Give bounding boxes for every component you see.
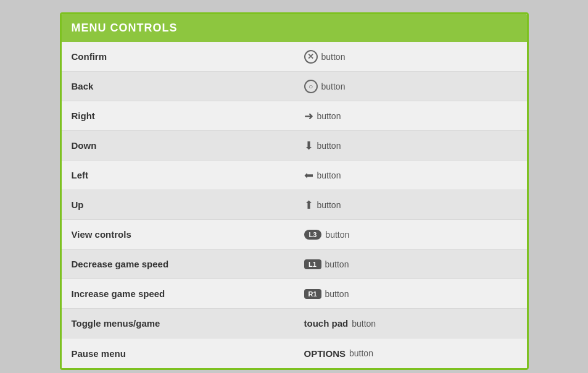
control-cell: touch padbutton xyxy=(294,312,527,335)
action-cell: Right xyxy=(62,104,294,127)
button-label: button xyxy=(325,289,349,299)
table-title: MENU CONTROLS xyxy=(72,22,178,34)
button-badge: L1 xyxy=(304,259,321,269)
action-cell: Back xyxy=(62,75,294,98)
button-label: button xyxy=(317,111,341,121)
control-cell: R1button xyxy=(294,283,527,305)
options-label: OPTIONS xyxy=(304,348,346,359)
button-badge: R1 xyxy=(304,289,321,299)
l3-badge: L3 xyxy=(304,230,322,240)
table-row: Toggle menus/gametouch padbutton xyxy=(62,309,527,338)
button-label: button xyxy=(317,170,341,180)
arrow-left-icon: ⬅ xyxy=(304,169,313,182)
button-label: button xyxy=(321,52,346,62)
control-cell: ⬇button xyxy=(294,133,527,159)
table-row: Pause menuOPTIONSbutton xyxy=(62,338,527,368)
button-label: button xyxy=(317,141,341,151)
action-cell: Left xyxy=(62,164,294,186)
menu-controls-table: MENU CONTROLS Confirm✕buttonBack○buttonR… xyxy=(60,12,529,370)
table-body: Confirm✕buttonBack○buttonRight➜buttonDow… xyxy=(62,42,527,368)
table-row: Right➜button xyxy=(62,101,527,131)
arrow-right-icon: ➜ xyxy=(304,109,313,123)
arrow-up-icon: ⬆ xyxy=(304,198,313,212)
table-row: Down⬇button xyxy=(62,131,527,161)
control-cell: ⬅button xyxy=(294,162,527,188)
action-cell: Pause menu xyxy=(62,342,294,365)
action-cell: Toggle menus/game xyxy=(62,312,294,335)
table-header: MENU CONTROLS xyxy=(62,14,527,42)
table-row: Confirm✕button xyxy=(62,42,527,72)
control-cell: OPTIONSbutton xyxy=(294,342,527,365)
table-row: Increase game speedR1button xyxy=(62,279,527,309)
control-cell: ➜button xyxy=(294,103,527,129)
table-row: View controlsL3button xyxy=(62,220,527,249)
control-cell: ○button xyxy=(294,73,527,99)
button-label: button xyxy=(325,230,349,240)
table-row: Up⬆button xyxy=(62,190,527,220)
table-row: Left⬅button xyxy=(62,161,527,190)
control-cell: L3button xyxy=(294,224,527,246)
control-cell: ⬆button xyxy=(294,192,527,218)
button-label: button xyxy=(349,348,373,358)
control-cell: L1button xyxy=(294,253,527,275)
table-row: Back○button xyxy=(62,72,527,101)
action-cell: View controls xyxy=(62,223,294,246)
button-label: button xyxy=(317,200,341,210)
action-cell: Confirm xyxy=(62,45,294,68)
action-cell: Up xyxy=(62,193,294,216)
action-cell: Down xyxy=(62,134,294,157)
button-label: button xyxy=(321,82,346,91)
action-cell: Increase game speed xyxy=(62,282,294,305)
control-cell: ✕button xyxy=(294,44,527,70)
button-label: button xyxy=(325,259,349,269)
x-button-icon: ✕ xyxy=(304,50,318,64)
table-row: Decrease game speedL1button xyxy=(62,249,527,279)
arrow-down-icon: ⬇ xyxy=(304,139,313,153)
button-label: button xyxy=(352,319,376,329)
circle-button-icon: ○ xyxy=(304,80,318,93)
action-cell: Decrease game speed xyxy=(62,253,294,275)
touchpad-label: touch pad xyxy=(304,318,349,329)
